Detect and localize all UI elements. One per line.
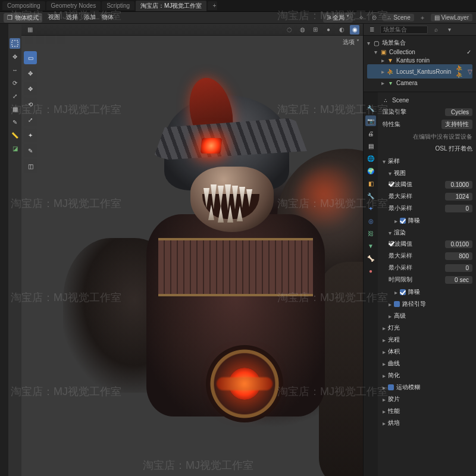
creature-eye-glow [201,138,223,154]
menu-view[interactable]: 视图 [48,13,60,23]
denoise-r-label[interactable]: 降噪 [408,288,420,296]
max-r-value[interactable]: 800 [445,252,472,260]
device-hint: 在编辑中没有设置设备 [413,133,472,141]
restrict-icon[interactable]: ✓ [465,48,472,55]
tool-annotate[interactable]: ✎ [10,117,20,127]
3d-viewport[interactable]: ▦ ◌ ◍ ⊞ ● ◐ ◉ 选项 ˅ ▭ ✥ ✥ ⟲ ⤢ [21,24,363,476]
ptab-render[interactable]: 📷 [365,115,376,126]
ptab-physics[interactable]: ◎ [365,215,376,226]
mblur-check[interactable] [388,384,394,390]
ptab-constraint[interactable]: ⛓ [365,228,376,239]
osl-checkbox-row[interactable]: OSL 打开着色 [436,145,472,153]
viewport-subsection[interactable]: 视图 [394,169,406,177]
outliner[interactable]: ▾▢场景集合 ▾▣Collection✓ ▸▼Kantus ronin ▸⛹Lo… [364,36,476,92]
featureset-dropdown[interactable]: 支持特性 [441,120,472,129]
sect-lightpaths[interactable]: 光程 [388,336,400,344]
denoise-vp-check[interactable] [400,218,406,224]
sect-bake[interactable]: 烘培 [388,419,400,427]
scene-header: ⛬Scene [383,96,472,105]
outliner-collection[interactable]: ▾▣Collection✓ [367,48,472,56]
sect-pathguide[interactable]: 路径引导 [402,300,426,308]
snap-icon[interactable]: ✧ [356,13,366,23]
sect-volumes[interactable]: 体积 [388,347,400,356]
outliner-root-label: 场景集合 [382,39,406,47]
tool-measure[interactable]: 📏 [10,130,20,140]
sect-mblur[interactable]: 运动模糊 [396,383,420,392]
visibility-icon[interactable]: ▽ [468,68,472,75]
ptab-scene[interactable]: 🌐 [365,153,376,164]
outliner-search[interactable] [380,26,428,34]
ptab-viewlayer[interactable]: ▤ [365,140,376,151]
collection-icon: ▣ [380,48,387,55]
scene-pill[interactable]: ⛬ Scene [383,14,414,21]
sect-film[interactable]: 胶片 [388,395,400,403]
tool-addcube[interactable]: ◪ [10,143,20,154]
pathguide-check[interactable] [394,301,400,307]
tab-scripting[interactable]: Scripting [102,1,134,10]
denoise-vp-label[interactable]: 降噪 [408,217,420,225]
ptab-modifier[interactable]: 🔧 [365,190,376,201]
ptab-particle[interactable]: ✦ [365,203,376,214]
engine-dropdown[interactable]: Cycles [445,108,472,116]
max-vp-value[interactable]: 1024 [445,193,472,201]
ptab-output[interactable]: 🖨 [365,128,376,139]
osl-label: OSL 打开着色 [436,145,472,152]
noise-vp-value[interactable]: 0.1000 [445,181,472,189]
sect-lights[interactable]: 灯光 [388,324,400,332]
mode-dropdown[interactable]: ❐ 物体模式 [4,13,42,23]
outliner-mode-icon[interactable]: ≣ [367,25,377,35]
tab-compositing[interactable]: Compositing [2,1,45,10]
noise-r-value[interactable]: 0.0100 [445,240,472,248]
tool-select[interactable] [10,38,20,49]
viewlayer-pill[interactable]: ▤ ViewLayer [431,14,472,21]
orientation-dropdown[interactable]: ᙐ 全局 ˅ [323,13,353,23]
new-collection-icon[interactable]: ▾ [444,25,454,35]
ptab-object[interactable]: ◧ [365,178,376,189]
creature-arm-right [319,262,363,476]
denoise-r-check[interactable] [400,289,406,295]
ptab-material[interactable]: ● [365,265,376,276]
ptab-data[interactable]: ▼ [365,240,376,251]
time-label: 时间限制 [389,275,412,284]
min-vp-value[interactable]: 0 [445,205,472,212]
time-value[interactable]: 0 sec [445,276,472,284]
outliner-root[interactable]: ▾▢场景集合 [367,38,472,48]
cube-icon: ❐ [7,14,12,21]
ptab-bone[interactable]: 🦴 [365,253,376,264]
sect-simplify[interactable]: 简化 [388,371,400,380]
outliner-item-2[interactable]: ▸⛹Locust_KantusRonin⛹⛹▽ [367,64,472,79]
ptab-world[interactable]: 🌍 [365,165,376,176]
properties-panel: 🔧 📷 🖨 ▤ 🌐 🌍 ◧ 🔧 ✦ ◎ ⛓ ▼ 🦴 ● ⛬Scene [364,92,476,476]
min-r-value[interactable]: 0 [445,264,472,272]
tool-move[interactable]: ↔ [10,64,20,75]
tool-transform[interactable]: ▦ [10,104,20,114]
menu-object[interactable]: 物体 [102,13,114,23]
ptab-tool[interactable]: 🔧 [365,103,376,114]
emblem-glow [228,368,261,400]
pivot-icon[interactable]: ⊙ [369,13,379,23]
outliner-item-3[interactable]: ▸▾Camera [367,79,472,87]
filter-icon[interactable]: ⌕ [431,25,441,35]
tool-scale[interactable]: ⤢ [10,90,20,101]
creature-head [164,95,289,226]
pose-icon: ⛹⛹ [456,65,465,78]
tool-rotate[interactable]: ⟳ [10,77,20,88]
item3-label: Camera [396,80,418,86]
tab-custom[interactable]: 淘宝店：MJ视觉工作室 [136,1,206,11]
sect-perf[interactable]: 性能 [388,407,400,415]
sect-advanced[interactable]: 高级 [394,312,406,320]
tool-cursor[interactable]: ✥ [10,51,20,62]
sampling-section[interactable]: 采样 [388,157,400,165]
menu-add[interactable]: 添加 [84,13,96,23]
scene-collection-icon: ▢ [372,39,380,46]
tab-add[interactable]: + [208,1,217,10]
menu-select[interactable]: 选择 [66,13,78,23]
render-subsection[interactable]: 渲染 [394,228,406,237]
toolbar: ✥ ↔ ⟳ ⤢ ▦ ✎ 📏 ◪ [8,24,21,476]
tab-geometry-nodes[interactable]: Geometry Nodes [46,1,101,10]
new-scene-icon[interactable]: ＋ [418,13,427,23]
sect-curves[interactable]: 曲线 [388,359,400,368]
outliner-header: ≣ ⌕ ▾ [364,24,476,36]
outliner-item-1[interactable]: ▸▼Kantus ronin [367,56,472,64]
viewlayer-name: ViewLayer [441,14,469,21]
